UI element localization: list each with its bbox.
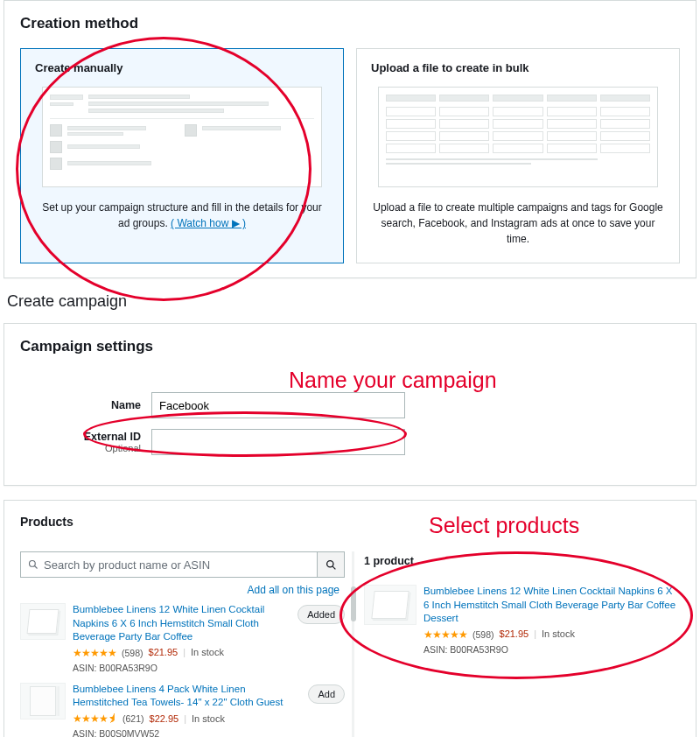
product-info: Bumblebee Linens 12 White Linen Cocktail… (73, 603, 290, 674)
creation-method-heading: Creation method (20, 15, 680, 32)
add-all-row: Add all on this page (20, 583, 340, 596)
products-panel: Products Search by product name or ASIN … (4, 500, 696, 737)
product-search-input[interactable]: Search by product name or ASIN (20, 551, 317, 578)
create-manually-title: Create manually (35, 61, 329, 74)
added-badge: Added (298, 605, 345, 624)
star-rating-icon: ★★★★⯨ (73, 712, 117, 726)
search-icon (326, 559, 337, 571)
selected-product: Bumblebee Linens 12 White Linen Cocktail… (364, 585, 680, 656)
upload-file-thumb (378, 87, 658, 187)
campaign-settings-heading: Campaign settings (20, 338, 680, 355)
campaign-settings-panel: Campaign settings Name External ID Optio… (4, 323, 696, 486)
star-rating-icon: ★★★★★ (73, 646, 116, 660)
product-meta: ★★★★★(598) $21.95 | In stock (73, 646, 290, 660)
product-price: $21.95 (500, 628, 529, 641)
products-body: Search by product name or ASIN Add all o… (20, 551, 680, 737)
stock-status: In stock (192, 712, 225, 726)
watch-how-link[interactable]: ( Watch how ▶ ) (171, 217, 246, 229)
review-count: (598) (472, 628, 494, 641)
create-manually-desc: Set up your campaign structure and fill … (35, 200, 329, 231)
product-meta: ★★★★⯨(621) $22.95 | In stock (73, 712, 301, 726)
product-title-link[interactable]: Bumblebee Linens 12 White Linen Cocktail… (424, 585, 680, 626)
creation-method-options: Create manually (20, 48, 680, 263)
product-thumbnail (364, 585, 416, 625)
product-search-result: Bumblebee Linens 12 White Linen Cocktail… (20, 603, 345, 674)
svg-line-3 (332, 566, 335, 569)
selected-count: 1 product (364, 555, 680, 567)
external-id-label: External ID Optional (64, 431, 151, 453)
product-asin: ASIN: B00RA53R9O (424, 643, 680, 656)
stock-status: In stock (542, 628, 575, 641)
product-search-placeholder: Search by product name or ASIN (44, 558, 210, 572)
review-count: (598) (122, 647, 144, 659)
product-asin: ASIN: B00RA53R9O (73, 662, 290, 674)
svg-point-2 (326, 560, 332, 566)
external-id-input[interactable] (151, 429, 405, 455)
add-all-link[interactable]: Add all on this page (248, 584, 340, 596)
product-info: Bumblebee Linens 4 Pack White Linen Hems… (73, 683, 301, 737)
external-id-optional: Optional (64, 443, 141, 453)
column-scrollbar[interactable] (350, 551, 357, 737)
product-price: $22.95 (150, 712, 179, 726)
svg-point-0 (30, 561, 36, 567)
product-asin: ASIN: B00S0MVW52 (73, 727, 301, 737)
products-search-column: Search by product name or ASIN Add all o… (20, 551, 350, 737)
product-title-link[interactable]: Bumblebee Linens 12 White Linen Cocktail… (73, 603, 290, 644)
upload-file-title: Upload a file to create in bulk (371, 61, 665, 74)
creation-method-panel: Creation method Create manually (4, 0, 696, 278)
star-rating-icon: ★★★★★ (424, 628, 467, 642)
create-manually-card[interactable]: Create manually (20, 48, 344, 263)
create-manually-thumb (42, 87, 322, 187)
selected-products-column: 1 product Bumblebee Linens 12 White Line… (350, 551, 680, 737)
add-product-button[interactable]: Add (308, 684, 345, 704)
product-thumbnail (20, 603, 66, 640)
product-search-wrap: Search by product name or ASIN (20, 551, 345, 578)
search-icon (28, 559, 38, 570)
name-row: Name (64, 392, 680, 418)
upload-file-card[interactable]: Upload a file to create in bulk (356, 48, 680, 263)
product-search-result: Bumblebee Linens 4 Pack White Linen Hems… (20, 683, 345, 737)
external-id-row: External ID Optional (64, 429, 680, 455)
product-price: $21.95 (149, 646, 178, 659)
product-info: Bumblebee Linens 12 White Linen Cocktail… (424, 585, 680, 656)
product-meta: ★★★★★(598) $21.95 | In stock (424, 628, 680, 642)
products-heading: Products (20, 515, 680, 529)
upload-file-desc: Upload a file to create multiple campaig… (371, 200, 665, 247)
product-thumbnail (20, 683, 66, 719)
svg-line-1 (35, 566, 38, 569)
review-count: (621) (122, 712, 144, 725)
campaign-name-input[interactable] (151, 392, 405, 418)
product-title-link[interactable]: Bumblebee Linens 4 Pack White Linen Hems… (73, 683, 301, 710)
product-search-button[interactable] (317, 551, 345, 578)
create-campaign-heading: Create campaign (7, 292, 700, 311)
external-id-label-text: External ID (84, 431, 141, 443)
stock-status: In stock (191, 646, 224, 659)
name-label: Name (64, 399, 151, 411)
